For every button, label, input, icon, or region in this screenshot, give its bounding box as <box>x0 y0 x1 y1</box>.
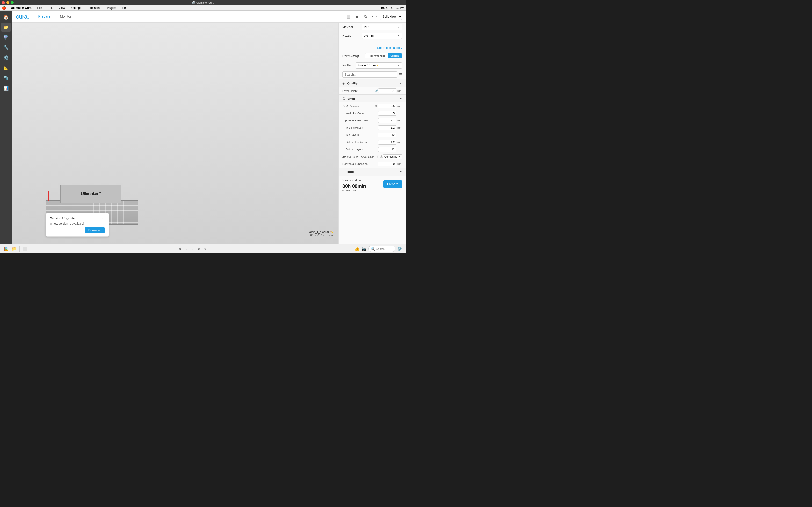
shell-accordion-header[interactable]: ⬡ Shell ▼ <box>339 95 406 102</box>
tab-recommended[interactable]: Recommended <box>365 53 388 58</box>
bottom-search-input[interactable] <box>376 247 393 250</box>
top-thickness-row: Top Thickness mm <box>339 124 406 131</box>
viewport-3d[interactable]: Ultimaker2+ Version Upgrade × A new vers… <box>12 23 338 244</box>
bottom-pattern-arrow: ▼ <box>398 155 400 158</box>
horizontal-expansion-unit: mm <box>397 163 402 165</box>
top-layers-input[interactable] <box>378 132 396 137</box>
top-bottom-thickness-input[interactable] <box>378 118 396 123</box>
close-button[interactable] <box>2 1 5 4</box>
bottom-pattern-label: Bottom Pattern Initial Layer <box>343 155 376 158</box>
header-tabs: Prepare Monitor <box>33 11 76 22</box>
setup-tabs: Recommended Custom <box>365 53 402 58</box>
menu-view[interactable]: View <box>57 6 66 10</box>
toolbar-photo-icon[interactable]: 📷 <box>361 246 366 251</box>
sidebar-files[interactable]: 📁 <box>1 23 11 32</box>
bottom-thickness-unit: mm <box>397 141 402 144</box>
nozzle-dropdown[interactable]: 0.6 mm ▼ <box>362 33 402 39</box>
download-button[interactable]: Download <box>85 227 105 233</box>
apple-menu[interactable]: 🍎 <box>2 6 6 10</box>
top-thickness-input[interactable] <box>378 125 396 130</box>
axis-indicator <box>48 191 49 201</box>
toolbar-cube-icon[interactable]: ⬜ <box>22 246 27 251</box>
material-dropdown[interactable]: PLA ▼ <box>362 24 402 30</box>
check-compatibility-link[interactable]: Check compatibility <box>377 46 402 50</box>
wall-line-count-input[interactable] <box>378 111 396 116</box>
layer-height-input[interactable] <box>378 89 396 93</box>
left-sidebar: 🏠 📁 ⚗️ 🔧 ⚙️ 📐 🔩 📊 <box>0 11 12 244</box>
view-copy-btn[interactable]: ⧉ <box>362 13 369 20</box>
sidebar-settings-2[interactable]: ⚙️ <box>1 53 11 62</box>
maximize-button[interactable] <box>11 1 13 4</box>
prepare-button[interactable]: Prepare <box>383 180 402 188</box>
quality-accordion-header[interactable]: ◈ Quality ▼ <box>339 79 406 87</box>
profile-dropdown[interactable]: Fine – 0.1mm ★ ▼ <box>356 62 402 68</box>
cura-logo: cura. <box>16 13 29 20</box>
tab-prepare[interactable]: Prepare <box>33 11 55 22</box>
toolbar-settings-gear-icon[interactable]: ⚙️ <box>397 246 402 251</box>
profile-star-icon: ★ <box>376 64 379 67</box>
toolbar-folder-icon[interactable]: 📁 <box>12 246 16 251</box>
search-menu-icon[interactable]: ☰ <box>399 72 402 77</box>
sidebar-home[interactable]: 🏠 <box>1 12 11 22</box>
battery-status: 100% <box>380 6 388 9</box>
popup-close-button[interactable]: × <box>102 216 105 220</box>
traffic-lights <box>2 1 13 4</box>
wall-thickness-reset-icon[interactable]: ↺ <box>375 104 377 108</box>
tab-monitor[interactable]: Monitor <box>55 11 76 22</box>
estimated-time: 00h 00min <box>343 183 366 189</box>
menu-help[interactable]: Help <box>121 6 129 10</box>
infill-title: Infill <box>347 170 398 174</box>
shell-arrow-icon: ▼ <box>400 97 402 100</box>
search-bar: ☰ <box>339 70 406 79</box>
um-sign-model: Ultimaker2+ <box>60 185 121 203</box>
main-content: cura. Prepare Monitor ⬜ ▣ ⧉ ⟷ Solid view… <box>12 11 406 244</box>
shell-icon: ⬡ <box>343 97 345 101</box>
view-controls: ⬜ ▣ ⧉ ⟷ Solid view X-Ray Layers <box>345 13 402 20</box>
bottom-thickness-input[interactable] <box>378 140 396 145</box>
view-mirror-btn[interactable]: ⟷ <box>371 13 378 20</box>
horizontal-expansion-label: Horizontal Expansion <box>343 163 378 165</box>
horizontal-expansion-row: Horizontal Expansion mm <box>339 160 406 168</box>
menu-edit[interactable]: Edit <box>47 6 54 10</box>
nozzle-dropdown-arrow: ▼ <box>398 35 400 37</box>
view-3d-btn[interactable]: ⬜ <box>345 13 352 20</box>
infill-accordion-header[interactable]: ⊞ Infill ▼ <box>339 168 406 175</box>
bottom-pattern-info-icon[interactable]: ⓘ <box>380 155 383 159</box>
bottom-toolbar: 🖼️ 📁 ⬜ 0 0 0 0 0 👍 📷 🔍 ⚙️ <box>0 244 406 253</box>
top-bottom-thickness-row: Top/Bottom Thickness mm <box>339 117 406 124</box>
bottom-layers-input[interactable] <box>378 147 396 152</box>
search-input[interactable] <box>343 71 397 78</box>
toolbar-like-icon[interactable]: 👍 <box>355 246 360 251</box>
profile-label: Profile: <box>343 64 356 67</box>
sidebar-tools[interactable]: 🔧 <box>1 43 11 52</box>
coord-y: 0 <box>186 247 187 250</box>
sidebar-settings-1[interactable]: ⚗️ <box>1 33 11 42</box>
menu-plugins[interactable]: Plugins <box>106 6 117 10</box>
profile-name: Fine – 0.1mm ★ <box>358 64 379 67</box>
coord-z: 0 <box>192 247 193 250</box>
bottom-pattern-dropdown[interactable]: Concentric ▼ <box>383 154 402 159</box>
minimize-button[interactable] <box>6 1 9 4</box>
wall-thickness-label: Wall Thickness <box>343 105 375 107</box>
wall-thickness-input[interactable] <box>378 104 396 108</box>
menu-extensions[interactable]: Extensions <box>86 6 102 10</box>
menu-file[interactable]: File <box>36 6 43 10</box>
view-mode-select[interactable]: Solid view X-Ray Layers <box>379 13 402 20</box>
top-thickness-label: Top Thickness <box>346 126 378 129</box>
tab-custom[interactable]: Custom <box>388 53 402 58</box>
menu-settings[interactable]: Settings <box>69 6 82 10</box>
view-front-btn[interactable]: ▣ <box>354 13 360 20</box>
app-name-menu[interactable]: Ultimaker Cura <box>10 6 33 10</box>
sidebar-ruler[interactable]: 📐 <box>1 63 11 72</box>
horizontal-expansion-input[interactable] <box>378 162 396 166</box>
layer-height-link-icon[interactable]: 🔗 <box>375 89 378 93</box>
sidebar-bolt[interactable]: 🔩 <box>1 73 11 82</box>
toolbar-camera-icon[interactable]: 🖼️ <box>4 246 9 251</box>
edit-model-name-icon[interactable]: ✏️ <box>330 231 334 234</box>
top-thickness-unit: mm <box>397 126 402 129</box>
sidebar-layers[interactable]: 📊 <box>1 83 11 93</box>
bottom-thickness-label: Bottom Thickness <box>346 141 378 144</box>
nozzle-row: Nozzle 0.6 mm ▼ <box>343 33 402 39</box>
bottom-pattern-reset-icon[interactable]: ↺ <box>376 155 379 158</box>
3d-scene: Ultimaker2+ <box>12 23 338 244</box>
